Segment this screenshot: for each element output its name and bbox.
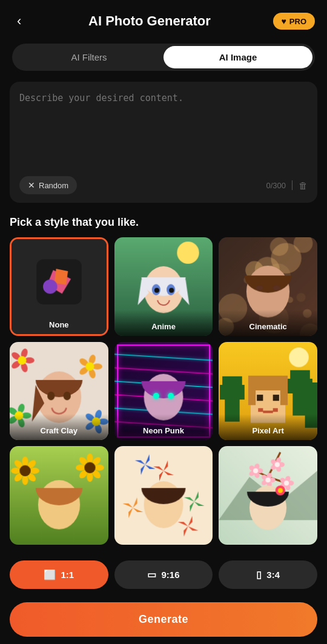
back-button[interactable]: ‹ (12, 11, 26, 31)
style7-preview (10, 446, 108, 545)
portrait-med-icon: ▯ (256, 569, 262, 580)
tab-ai-image[interactable]: AI Image (164, 46, 312, 68)
style-pixel-art-label: Pixel Art (219, 414, 317, 440)
style-anime-label: Anime (114, 310, 213, 336)
style-neon-punk-label: Neon Punk (114, 414, 213, 440)
aspect-btn-3-4[interactable]: ▯ 3:4 (219, 560, 317, 589)
style-cinematic-label: Cinematic (219, 310, 317, 336)
page-title: AI Photo Generator (26, 13, 272, 29)
style-item-cinematic[interactable]: Cinematic (219, 237, 317, 336)
generate-button[interactable]: Generate (10, 602, 317, 637)
style-item-pixel-art[interactable]: Pixel Art (219, 342, 317, 441)
style-item-neon-punk[interactable]: Neon Punk (114, 342, 213, 441)
trash-icon[interactable]: 🗑 (299, 180, 308, 191)
style-item-8[interactable] (114, 446, 213, 545)
portrait-icon: ▭ (147, 569, 156, 580)
char-count: 0/300 (266, 181, 286, 190)
shuffle-icon: ✕ (28, 180, 35, 190)
style-item-9[interactable] (219, 446, 317, 545)
style-item-7[interactable] (10, 446, 108, 545)
prompt-container: ✕ Random 0/300 🗑 (10, 82, 317, 203)
char-count-area: 0/300 🗑 (266, 180, 308, 191)
aspect-btn-1-1[interactable]: ⬜ 1:1 (10, 560, 108, 589)
pro-badge-button[interactable]: ♥ PRO (273, 13, 315, 30)
textarea-footer: ✕ Random 0/300 🗑 (19, 176, 308, 194)
divider (292, 180, 292, 190)
style-heading: Pick a style that you like. (10, 216, 317, 229)
style-item-none[interactable]: None (10, 237, 108, 336)
random-button[interactable]: ✕ Random (19, 176, 77, 194)
style8-preview (114, 446, 213, 545)
tabs-container: AI Filters AI Image (12, 44, 315, 71)
header: ‹ AI Photo Generator ♥ PRO (0, 0, 327, 39)
prompt-input[interactable] (19, 91, 308, 170)
style-none-label: None (12, 320, 107, 329)
style9-preview (219, 446, 317, 545)
pro-heart-icon: ♥ (282, 16, 286, 26)
aspect-btn-9-16[interactable]: ▭ 9:16 (114, 560, 213, 589)
tab-ai-filters[interactable]: AI Filters (15, 46, 164, 68)
style-craft-clay-label: Craft Clay (10, 414, 108, 440)
style-item-craft-clay[interactable]: Craft Clay (10, 342, 108, 441)
style-section: Pick a style that you like. None Anime C… (0, 209, 327, 558)
aspect-ratio-row: ⬜ 1:1 ▭ 9:16 ▯ 3:4 (0, 558, 327, 597)
square-icon: ⬜ (44, 569, 56, 580)
style-item-anime[interactable]: Anime (114, 237, 213, 336)
style-grid: None Anime Cinematic Craft Clay Neon Pun… (10, 237, 317, 545)
